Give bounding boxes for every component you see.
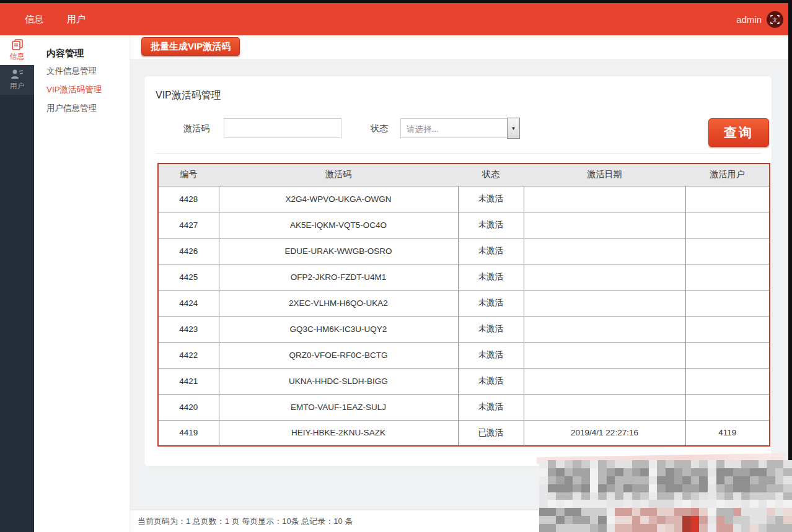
mosaic-block (623, 468, 632, 476)
mosaic-block (573, 516, 581, 524)
mosaic-block (640, 524, 649, 532)
topbar: 信息 用户 admin 文 (0, 3, 792, 35)
mosaic-block (699, 500, 708, 508)
mosaic-block (598, 500, 607, 508)
mosaic-block (640, 476, 649, 484)
table-cell: 4420 (158, 394, 219, 420)
mosaic-block (741, 468, 750, 476)
mosaic-block (565, 460, 573, 468)
mosaic-block (598, 492, 607, 500)
mosaic-block (632, 508, 641, 516)
submenu-item-file-info[interactable]: 文件信息管理 (46, 66, 130, 77)
mosaic-block (657, 500, 666, 508)
mosaic-block (666, 500, 674, 508)
mosaic-block (699, 460, 708, 468)
table-row: 4420EMTO-VAUF-1EAZ-SULJ未激活 (158, 394, 770, 420)
mosaic-block (783, 468, 792, 476)
top-nav-info[interactable]: 信息 (25, 14, 43, 25)
mosaic-block (590, 460, 599, 468)
table-cell: HEIY-HBKE-2KNU-SAZK (219, 420, 458, 446)
activation-code-input[interactable] (224, 118, 341, 138)
mosaic-block (607, 484, 615, 492)
mosaic-block (783, 508, 792, 516)
mosaic-block (733, 460, 742, 468)
sidebar-item-info[interactable]: 信息 (0, 35, 34, 65)
mosaic-block (708, 508, 716, 516)
mosaic-block (573, 500, 581, 508)
table-cell (524, 342, 685, 368)
mosaic-block (640, 468, 649, 476)
mosaic-block (783, 476, 792, 484)
mosaic-block (741, 524, 750, 532)
table-cell (685, 342, 770, 368)
mosaic-block (783, 500, 792, 508)
submenu-item-user-info[interactable]: 用户信息管理 (46, 103, 130, 114)
mosaic-block (556, 500, 565, 508)
table-cell: 4424 (158, 290, 219, 316)
mosaic-block (767, 460, 775, 468)
mosaic-block (733, 476, 742, 484)
mosaic-block (556, 476, 565, 484)
logged-in-user[interactable]: admin (736, 14, 762, 25)
translate-scan-icon[interactable]: 文 (767, 11, 783, 28)
dropdown-button[interactable]: ▼ (507, 118, 520, 139)
mosaic-block (733, 468, 742, 476)
mosaic-block (708, 492, 716, 500)
mosaic-block (649, 460, 658, 468)
mosaic-block (699, 524, 708, 532)
mosaic-block (682, 524, 691, 532)
mosaic-block (666, 524, 674, 532)
mosaic-block (775, 476, 784, 484)
mosaic-block (682, 500, 691, 508)
mosaic-block (615, 524, 623, 532)
batch-generate-button[interactable]: 批量生成VIP激活码 (141, 37, 240, 56)
mosaic-block (649, 500, 658, 508)
mosaic-block (724, 500, 733, 508)
mosaic-block (615, 516, 623, 524)
mosaic-block (674, 484, 683, 492)
mosaic-block (607, 460, 615, 468)
mosaic-block (691, 484, 700, 492)
mosaic-block (775, 492, 784, 500)
mosaic-block (741, 508, 750, 516)
mosaic-block (716, 516, 725, 524)
mosaic-block (565, 524, 573, 532)
sidebar-item-users[interactable]: 用户 (0, 65, 34, 95)
mosaic-block (691, 460, 700, 468)
status-select[interactable]: 请选择... ▼ (400, 118, 520, 138)
mosaic-block (539, 524, 548, 532)
mosaic-block (666, 484, 674, 492)
mosaic-block (607, 500, 615, 508)
table-cell: 未激活 (458, 394, 524, 420)
mosaic-block (657, 484, 666, 492)
table-cell: 4423 (158, 316, 219, 342)
mosaic-block (759, 508, 767, 516)
mosaic-block (750, 460, 759, 468)
mosaic-block (783, 484, 792, 492)
table-header-cell: 激活日期 (524, 164, 685, 186)
divider (156, 153, 762, 154)
panel-title: VIP激活码管理 (156, 89, 221, 102)
mosaic-block (581, 516, 590, 524)
table-cell: OFP2-JKRO-FZDT-U4M1 (219, 264, 458, 290)
mosaic-block (691, 500, 700, 508)
submenu-item-vip-codes[interactable]: VIP激活码管理 (46, 84, 130, 95)
top-nav-users[interactable]: 用户 (67, 14, 86, 25)
query-button[interactable]: 查询 (708, 118, 769, 147)
mosaic-block (699, 468, 708, 476)
mosaic-block (539, 508, 548, 516)
mosaic-block (708, 484, 716, 492)
mosaic-block (598, 516, 607, 524)
mosaic-block (623, 516, 632, 524)
mosaic-block (649, 484, 658, 492)
table-cell (685, 290, 770, 316)
mosaic-block (548, 460, 557, 468)
mosaic-block (657, 476, 666, 484)
mosaic-block (699, 516, 708, 524)
mosaic-block (573, 524, 581, 532)
mosaic-block (674, 460, 683, 468)
mosaic-block (775, 460, 784, 468)
mosaic-block (682, 468, 691, 476)
mosaic-block (708, 476, 716, 484)
mosaic-block (607, 508, 615, 516)
